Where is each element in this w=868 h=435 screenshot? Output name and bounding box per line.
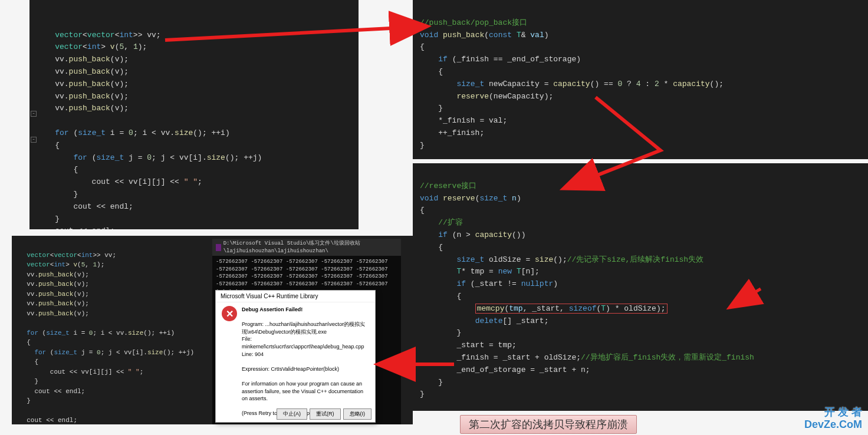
code-panel-main-usage: vector<vector<int>> vv; vector<int> v(5,… bbox=[29, 0, 359, 229]
vs-icon bbox=[216, 244, 221, 251]
dialog-line: Line: 904 bbox=[242, 351, 369, 358]
dialog-program: Program: ...houzhan\lajihuishouzhan\vect… bbox=[242, 321, 369, 335]
caption-label: 第二次扩容的浅拷贝导致程序崩溃 bbox=[460, 415, 637, 434]
dialog-expression: Expression: CrtIsValidHeapPointer(block) bbox=[242, 365, 369, 373]
fold-marker-icon[interactable]: - bbox=[31, 137, 37, 143]
assertion-dialog: Microsoft Visual C++ Runtime Library ✕ D… bbox=[215, 290, 376, 423]
code-panel-reserve: //reserve接口 void reserve(size_t n) { //扩… bbox=[413, 163, 868, 411]
retry-button[interactable]: 重试(R) bbox=[310, 408, 341, 420]
watermark-en: DevZe.CoM bbox=[804, 418, 862, 431]
ignore-button[interactable]: 忽略(I) bbox=[343, 408, 372, 420]
code-panel-push-back: //push_back/pop_back接口 void push_back(co… bbox=[413, 0, 868, 159]
abort-button[interactable]: 中止(A) bbox=[277, 408, 307, 420]
console-path: D:\Microsoft Visual Studio\练习文件\垃圾回收站\la… bbox=[223, 240, 397, 255]
code-content[interactable]: //push_back/pop_back接口 void push_back(co… bbox=[420, 17, 861, 152]
code-content[interactable]: vector<vector<int>> vv; vector<int> v(5,… bbox=[37, 17, 351, 229]
error-icon: ✕ bbox=[222, 306, 237, 321]
dialog-text: Debug Assertion Failed! Program: ...houz… bbox=[242, 306, 369, 417]
fold-marker-icon[interactable]: - bbox=[31, 111, 37, 117]
watermark: 开 发 者 DevZe.CoM bbox=[804, 406, 862, 431]
watermark-cn: 开 发 者 bbox=[804, 406, 862, 419]
dialog-info: For information on how your program can … bbox=[242, 380, 369, 403]
code-content[interactable]: //reserve接口 void reserve(size_t n) { //扩… bbox=[420, 180, 861, 401]
dialog-heading: Debug Assertion Failed! bbox=[242, 306, 369, 314]
dialog-title: Microsoft Visual C++ Runtime Library bbox=[216, 291, 375, 302]
console-titlebar[interactable]: D:\Microsoft Visual Studio\练习文件\垃圾回收站\la… bbox=[212, 239, 401, 256]
dialog-file: File: minkernel\crts\ucrt\src\appcrt\hea… bbox=[242, 335, 369, 350]
